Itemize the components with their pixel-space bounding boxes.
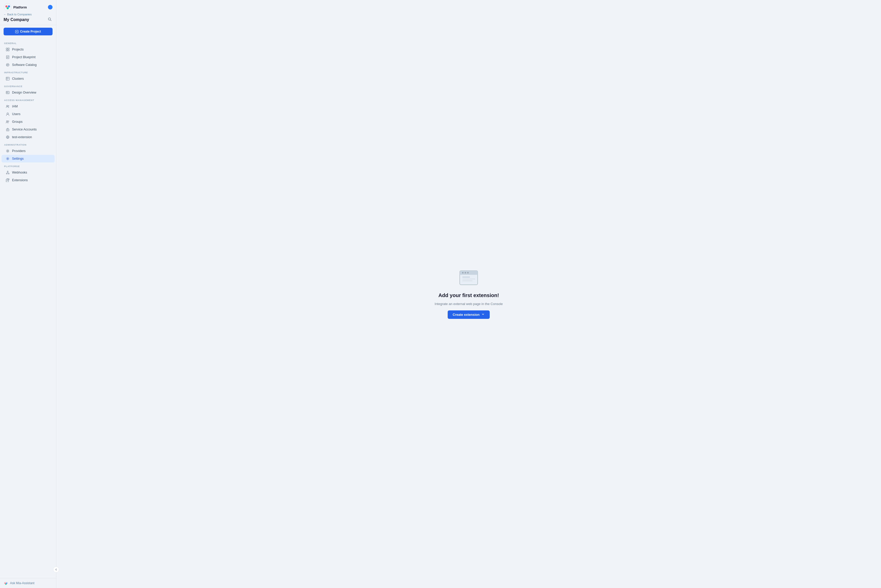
svg-point-25 (7, 105, 8, 106)
sidebar-item-clusters[interactable]: Clusters (1, 75, 55, 82)
company-row: My Company (4, 17, 52, 22)
section-label-infrastructure: INFRASTRUCTURE (0, 69, 56, 75)
sidebar-search-button[interactable] (47, 17, 52, 22)
sidebar-item-test-extension[interactable]: test-extension (1, 133, 55, 141)
company-name: My Company (4, 17, 29, 22)
svg-point-29 (8, 121, 9, 122)
iam-icon (6, 104, 10, 108)
section-label-access-management: ACCESS MANAGEMENT (0, 96, 56, 102)
svg-point-1 (5, 5, 7, 8)
create-extension-chevron-icon (481, 313, 485, 316)
svg-point-52 (462, 272, 464, 273)
empty-state-subtitle: Integrate an external web page in the Co… (435, 302, 503, 306)
groups-icon (6, 120, 10, 124)
sidebar-item-service-accounts[interactable]: Service Accounts (1, 126, 55, 133)
logo-text: Platform (13, 5, 27, 9)
user-avatar[interactable] (48, 5, 52, 9)
sidebar-header: Platform ← Back to Companies My Company (0, 0, 56, 25)
svg-rect-51 (460, 273, 478, 275)
sidebar-item-project-blueprint[interactable]: Project Blueprint (1, 53, 55, 61)
svg-point-31 (7, 130, 8, 130)
settings-icon (6, 157, 10, 161)
logo: Platform (4, 3, 27, 11)
svg-point-28 (6, 121, 8, 122)
ask-assistant-label: Ask Mia-Assistant (10, 581, 34, 585)
sidebar-item-design-overview[interactable]: Design Overview (1, 88, 55, 96)
svg-rect-22 (7, 92, 8, 93)
svg-rect-56 (462, 279, 475, 279)
svg-point-37 (8, 173, 9, 174)
svg-rect-11 (6, 50, 7, 51)
main-content: Add your first extension! Integrate an e… (56, 0, 881, 588)
svg-point-36 (6, 173, 7, 174)
svg-point-48 (5, 584, 7, 585)
svg-point-26 (8, 105, 9, 106)
design-overview-icon (6, 90, 10, 94)
svg-point-35 (7, 158, 8, 159)
sidebar-item-webhooks[interactable]: Webhooks (1, 169, 55, 176)
sidebar-item-projects[interactable]: Projects (1, 46, 55, 53)
svg-point-54 (467, 272, 469, 273)
svg-point-47 (6, 583, 7, 584)
search-icon (48, 17, 51, 21)
section-label-platforge: PLATFORGE (0, 162, 56, 169)
svg-point-27 (7, 113, 9, 114)
section-label-administration: ADMINISTRATION (0, 141, 56, 147)
svg-rect-9 (6, 48, 7, 49)
projects-icon (6, 47, 10, 51)
section-label-general: GENERAL (0, 39, 56, 46)
svg-point-53 (464, 272, 466, 273)
users-icon (6, 112, 10, 116)
providers-icon (6, 149, 10, 153)
sidebar-item-groups[interactable]: Groups (1, 118, 55, 126)
svg-rect-18 (6, 77, 9, 80)
svg-rect-57 (462, 280, 472, 281)
ask-assistant-button[interactable]: Ask Mia-Assistant (4, 581, 52, 585)
svg-rect-55 (462, 277, 470, 278)
svg-point-34 (7, 150, 9, 152)
sidebar-item-users[interactable]: Users (1, 110, 55, 118)
empty-state-icon (458, 269, 479, 287)
back-to-companies-link[interactable]: ← Back to Companies (4, 13, 52, 16)
mia-logo-icon (4, 3, 12, 11)
sidebar-item-extensions[interactable]: Extensions (1, 176, 55, 184)
extensions-icon (6, 178, 10, 182)
svg-point-46 (4, 583, 6, 584)
clusters-icon (6, 76, 10, 81)
software-catalog-icon (6, 63, 10, 67)
sidebar-nav: GENERAL Projects Pr (0, 39, 56, 578)
create-project-button[interactable]: Create Project (4, 28, 52, 35)
webhooks-icon (6, 171, 10, 174)
empty-state-title: Add your first extension! (439, 292, 499, 298)
sidebar-collapse-button[interactable] (53, 567, 59, 573)
svg-point-38 (7, 171, 8, 172)
sidebar-item-settings[interactable]: Settings (1, 155, 55, 162)
test-extension-icon (6, 135, 10, 139)
sidebar-footer: Ask Mia-Assistant (0, 578, 56, 588)
svg-point-3 (7, 7, 9, 9)
sidebar-item-iam[interactable]: IAM (1, 102, 55, 110)
svg-rect-30 (6, 129, 9, 131)
project-blueprint-icon (6, 55, 10, 59)
sidebar-item-software-catalog[interactable]: Software Catalog (1, 61, 55, 69)
section-label-governance: GOVERNANCE (0, 82, 56, 88)
svg-rect-10 (8, 48, 9, 49)
create-project-icon (15, 30, 18, 33)
logo-area: Platform (4, 3, 52, 11)
svg-rect-12 (8, 50, 9, 51)
svg-point-2 (8, 5, 10, 8)
svg-line-5 (51, 20, 51, 21)
create-extension-button[interactable]: Create extension (448, 310, 490, 319)
sidebar: Platform ← Back to Companies My Company … (0, 0, 56, 588)
service-accounts-icon (6, 128, 10, 132)
sidebar-item-providers[interactable]: Providers (1, 147, 55, 155)
extensions-empty-state: Add your first extension! Integrate an e… (435, 269, 503, 319)
mia-assistant-icon (4, 581, 8, 585)
